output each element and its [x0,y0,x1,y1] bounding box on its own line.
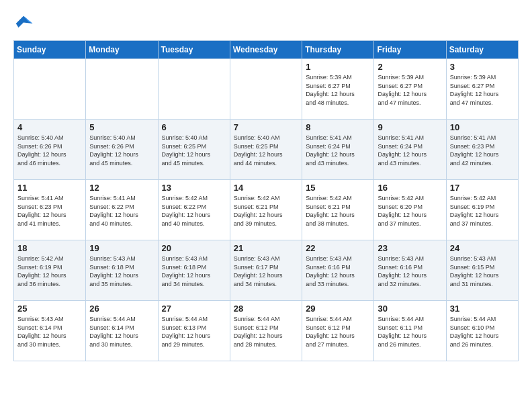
day-number: 20 [162,243,226,253]
day-cell: 26Sunrise: 5:44 AMSunset: 6:14 PMDayligh… [86,301,158,361]
day-cell: 3Sunrise: 5:39 AMSunset: 6:27 PMDaylight… [446,59,518,120]
day-number: 3 [450,62,515,72]
day-info: Sunrise: 5:41 AMSunset: 6:24 PMDaylight:… [378,134,442,167]
logo-icon [13,13,34,34]
day-info: Sunrise: 5:44 AMSunset: 6:12 PMDaylight:… [306,315,370,349]
day-cell: 2Sunrise: 5:39 AMSunset: 6:27 PMDaylight… [374,59,446,120]
day-cell [158,59,230,120]
day-info: Sunrise: 5:39 AMSunset: 6:27 PMDaylight:… [450,73,515,107]
week-row-2: 4Sunrise: 5:40 AMSunset: 6:26 PMDaylight… [14,120,519,180]
day-info: Sunrise: 5:43 AMSunset: 6:16 PMDaylight:… [306,255,370,288]
day-cell: 23Sunrise: 5:43 AMSunset: 6:16 PMDayligh… [374,240,446,301]
day-cell: 24Sunrise: 5:43 AMSunset: 6:15 PMDayligh… [446,240,518,301]
day-cell: 25Sunrise: 5:43 AMSunset: 6:14 PMDayligh… [14,301,86,361]
day-info: Sunrise: 5:41 AMSunset: 6:22 PMDaylight:… [89,194,154,228]
week-row-1: 1Sunrise: 5:39 AMSunset: 6:27 PMDaylight… [14,59,519,120]
day-number: 26 [89,304,154,314]
day-cell: 22Sunrise: 5:43 AMSunset: 6:16 PMDayligh… [302,240,374,301]
day-cell: 7Sunrise: 5:40 AMSunset: 6:25 PMDaylight… [230,120,302,180]
day-number: 14 [234,183,298,193]
day-info: Sunrise: 5:42 AMSunset: 6:20 PMDaylight:… [378,194,442,228]
header-thursday: Thursday [302,41,374,59]
week-row-4: 18Sunrise: 5:42 AMSunset: 6:19 PMDayligh… [14,240,519,301]
day-cell: 1Sunrise: 5:39 AMSunset: 6:27 PMDaylight… [302,59,374,120]
day-info: Sunrise: 5:43 AMSunset: 6:17 PMDaylight:… [234,255,298,288]
day-cell: 27Sunrise: 5:44 AMSunset: 6:13 PMDayligh… [158,301,230,361]
day-info: Sunrise: 5:42 AMSunset: 6:22 PMDaylight:… [162,194,226,228]
day-number: 9 [378,122,442,132]
day-cell: 13Sunrise: 5:42 AMSunset: 6:22 PMDayligh… [158,180,230,240]
logo [13,13,36,34]
week-row-5: 25Sunrise: 5:43 AMSunset: 6:14 PMDayligh… [14,301,519,361]
day-info: Sunrise: 5:40 AMSunset: 6:25 PMDaylight:… [162,134,226,167]
day-number: 25 [17,304,82,314]
day-number: 17 [450,183,515,193]
header-row: SundayMondayTuesdayWednesdayThursdayFrid… [14,41,519,59]
day-info: Sunrise: 5:39 AMSunset: 6:27 PMDaylight:… [378,73,442,107]
day-info: Sunrise: 5:42 AMSunset: 6:21 PMDaylight:… [306,194,370,228]
day-cell: 9Sunrise: 5:41 AMSunset: 6:24 PMDaylight… [374,120,446,180]
day-info: Sunrise: 5:41 AMSunset: 6:24 PMDaylight:… [306,134,370,167]
day-info: Sunrise: 5:44 AMSunset: 6:11 PMDaylight:… [378,315,442,349]
day-cell: 30Sunrise: 5:44 AMSunset: 6:11 PMDayligh… [374,301,446,361]
day-number: 13 [162,183,226,193]
day-cell [14,59,86,120]
day-info: Sunrise: 5:40 AMSunset: 6:26 PMDaylight:… [17,134,82,167]
day-info: Sunrise: 5:42 AMSunset: 6:21 PMDaylight:… [234,194,298,228]
day-cell: 12Sunrise: 5:41 AMSunset: 6:22 PMDayligh… [86,180,158,240]
day-cell: 5Sunrise: 5:40 AMSunset: 6:26 PMDaylight… [86,120,158,180]
header-sunday: Sunday [14,41,86,59]
calendar-table: SundayMondayTuesdayWednesdayThursdayFrid… [13,40,519,361]
day-cell: 6Sunrise: 5:40 AMSunset: 6:25 PMDaylight… [158,120,230,180]
day-info: Sunrise: 5:39 AMSunset: 6:27 PMDaylight:… [306,73,370,107]
day-number: 8 [306,122,370,132]
day-info: Sunrise: 5:44 AMSunset: 6:13 PMDaylight:… [162,315,226,349]
day-number: 12 [89,183,154,193]
day-number: 19 [89,243,154,253]
day-cell: 8Sunrise: 5:41 AMSunset: 6:24 PMDaylight… [302,120,374,180]
day-number: 29 [306,304,370,314]
day-number: 30 [378,304,442,314]
day-cell: 19Sunrise: 5:43 AMSunset: 6:18 PMDayligh… [86,240,158,301]
day-number: 5 [89,122,154,132]
day-number: 31 [450,304,515,314]
day-number: 7 [234,122,298,132]
day-cell: 29Sunrise: 5:44 AMSunset: 6:12 PMDayligh… [302,301,374,361]
day-number: 21 [234,243,298,253]
day-number: 11 [17,183,82,193]
day-number: 28 [234,304,298,314]
day-info: Sunrise: 5:43 AMSunset: 6:16 PMDaylight:… [378,255,442,288]
day-info: Sunrise: 5:40 AMSunset: 6:26 PMDaylight:… [89,134,154,167]
day-number: 24 [450,243,515,253]
day-info: Sunrise: 5:44 AMSunset: 6:12 PMDaylight:… [234,315,298,349]
day-info: Sunrise: 5:43 AMSunset: 6:18 PMDaylight:… [162,255,226,288]
day-info: Sunrise: 5:42 AMSunset: 6:19 PMDaylight:… [17,255,82,288]
day-info: Sunrise: 5:40 AMSunset: 6:25 PMDaylight:… [234,134,298,167]
header-friday: Friday [374,41,446,59]
day-number: 15 [306,183,370,193]
day-number: 27 [162,304,226,314]
day-cell: 14Sunrise: 5:42 AMSunset: 6:21 PMDayligh… [230,180,302,240]
day-info: Sunrise: 5:44 AMSunset: 6:14 PMDaylight:… [89,315,154,349]
header-monday: Monday [86,41,158,59]
day-cell: 16Sunrise: 5:42 AMSunset: 6:20 PMDayligh… [374,180,446,240]
day-cell [230,59,302,120]
week-row-3: 11Sunrise: 5:41 AMSunset: 6:23 PMDayligh… [14,180,519,240]
header-wednesday: Wednesday [230,41,302,59]
day-number: 22 [306,243,370,253]
day-number: 2 [378,62,442,72]
day-cell: 15Sunrise: 5:42 AMSunset: 6:21 PMDayligh… [302,180,374,240]
day-number: 6 [162,122,226,132]
day-number: 1 [306,62,370,72]
day-cell: 11Sunrise: 5:41 AMSunset: 6:23 PMDayligh… [14,180,86,240]
page-header [13,13,519,34]
day-cell: 31Sunrise: 5:44 AMSunset: 6:10 PMDayligh… [446,301,518,361]
day-cell [86,59,158,120]
day-number: 4 [17,122,82,132]
day-info: Sunrise: 5:43 AMSunset: 6:15 PMDaylight:… [450,255,515,288]
day-number: 18 [17,243,82,253]
day-cell: 18Sunrise: 5:42 AMSunset: 6:19 PMDayligh… [14,240,86,301]
day-info: Sunrise: 5:43 AMSunset: 6:18 PMDaylight:… [89,255,154,288]
day-cell: 4Sunrise: 5:40 AMSunset: 6:26 PMDaylight… [14,120,86,180]
day-number: 16 [378,183,442,193]
